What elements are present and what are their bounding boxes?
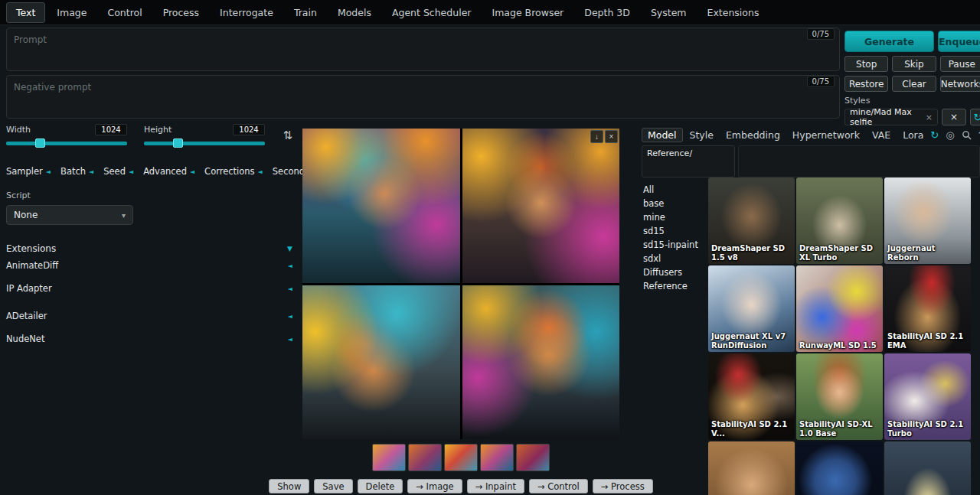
model-card-stabilityai-sd21-v[interactable]: StabilityAI SD 2.1 V...: [708, 353, 795, 440]
model-card-dreamshaper-sdxl-turbo[interactable]: DreamShaper SD XL Turbo: [796, 177, 883, 264]
model-cards-grid: DreamShaper SD 1.5 v8 DreamShaper SD XL …: [708, 177, 980, 495]
switch-dims-icon[interactable]: ⇅: [283, 124, 292, 142]
tab-extensions[interactable]: Extensions: [698, 3, 769, 22]
send-to-control-button[interactable]: → Control: [529, 479, 588, 493]
model-card-stabilityai-sd21-ema[interactable]: StabilityAI SD 2.1 EMA: [884, 265, 971, 352]
refresh-icon[interactable]: ↻: [930, 130, 939, 140]
chevron-left-icon: ◄: [288, 285, 292, 292]
networks-tab-model[interactable]: Model: [642, 128, 683, 142]
chevron-down-icon: ▾: [122, 211, 126, 220]
width-value[interactable]: 1024: [95, 124, 127, 135]
folder-base[interactable]: base: [643, 199, 707, 209]
networks-tab-hypernetwork[interactable]: Hypernetwork: [787, 129, 865, 142]
gallery-thumb-4[interactable]: [480, 444, 514, 471]
style-tag[interactable]: mine/Mad Max selfie ×: [844, 109, 938, 125]
tab-control[interactable]: Control: [98, 3, 151, 22]
tab-train[interactable]: Train: [285, 3, 326, 22]
folder-mine[interactable]: mine: [643, 213, 707, 223]
gallery-thumb-3[interactable]: [444, 444, 478, 471]
gallery-thumb-2[interactable]: [408, 444, 442, 471]
tab-system[interactable]: System: [642, 3, 696, 22]
width-label: Width: [6, 125, 31, 135]
height-value[interactable]: 1024: [233, 124, 265, 135]
accordion-seed[interactable]: Seed◄: [103, 166, 133, 177]
prompt-input[interactable]: [6, 28, 840, 71]
model-card-stabilityai-sd21-turbo[interactable]: StabilityAI SD 2.1 Turbo: [884, 353, 971, 440]
scan-icon[interactable]: ◎: [946, 130, 954, 140]
networks-tab-vae[interactable]: VAE: [867, 129, 896, 142]
skip-button[interactable]: Skip: [892, 56, 936, 72]
gallery-thumbnails: [302, 444, 619, 471]
accordion-sampler[interactable]: Sampler◄: [6, 166, 51, 177]
download-image-button[interactable]: ↓: [590, 130, 603, 143]
accordion-ip-adapter[interactable]: IP Adapter◄: [6, 277, 292, 300]
send-to-inpaint-button[interactable]: → Inpaint: [467, 479, 524, 493]
model-card-juggernaut-reborn[interactable]: Juggernaut Reborn: [884, 177, 971, 264]
model-card[interactable]: [708, 441, 795, 495]
folder-all[interactable]: All: [643, 185, 707, 195]
tab-text[interactable]: Text: [6, 2, 45, 23]
accordion-extensions[interactable]: Extensions ▼: [6, 243, 292, 254]
enqueue-button[interactable]: Enqueue: [938, 31, 980, 52]
model-card[interactable]: [884, 441, 971, 495]
tab-interrogate[interactable]: Interrogate: [211, 3, 283, 22]
gallery-thumb-5[interactable]: [516, 444, 550, 471]
pause-button[interactable]: Pause: [940, 56, 980, 72]
save-button[interactable]: Save: [314, 479, 352, 493]
gallery-thumb-1[interactable]: [372, 444, 406, 471]
networks-tab-style[interactable]: Style: [684, 129, 719, 142]
accordion-nudenet[interactable]: NudeNet◄: [6, 327, 292, 350]
folder-sd15-inpaint[interactable]: sd15-inpaint: [643, 240, 707, 250]
folder-sd15[interactable]: sd15: [643, 226, 707, 236]
tab-depth-3d[interactable]: Depth 3D: [575, 3, 639, 22]
folder-sdxl[interactable]: sdxl: [643, 254, 707, 264]
tab-agent-scheduler[interactable]: Agent Scheduler: [383, 3, 481, 22]
networks-panel: Model Style Embedding Hypernetwork VAE L…: [642, 127, 980, 495]
styles-clear-button[interactable]: ×: [942, 109, 966, 125]
width-slider-handle[interactable]: [35, 138, 45, 148]
negative-prompt-input[interactable]: [6, 75, 840, 119]
model-card[interactable]: [796, 441, 883, 495]
model-card-juggernaut-xl-v7[interactable]: Juggernaut XL v7 RunDiffusion: [708, 265, 795, 352]
accordion-animatediff[interactable]: AnimateDiff◄: [6, 254, 292, 277]
gallery-image-1[interactable]: [302, 129, 460, 283]
search-icon[interactable]: [962, 130, 972, 140]
height-slider[interactable]: [144, 142, 265, 145]
send-to-image-button[interactable]: → Image: [407, 479, 462, 493]
gallery-image-4[interactable]: [462, 285, 620, 440]
model-card-dreamshaper-sd15[interactable]: DreamShaper SD 1.5 v8: [708, 177, 795, 264]
accordion-adetailer[interactable]: ADetailer◄: [6, 304, 292, 327]
script-dropdown-value: None: [14, 210, 38, 220]
tab-image[interactable]: Image: [47, 3, 96, 22]
delete-button[interactable]: Delete: [358, 479, 403, 493]
clear-button[interactable]: Clear: [892, 76, 936, 92]
tab-process[interactable]: Process: [154, 3, 208, 22]
width-slider[interactable]: [6, 142, 127, 145]
networks-button[interactable]: Networks: [940, 76, 980, 92]
close-gallery-button[interactable]: ×: [605, 130, 618, 143]
model-card-stabilityai-sdxl-base[interactable]: StabilityAI SD-XL 1.0 Base: [796, 353, 883, 440]
networks-tab-lora[interactable]: Lora: [897, 129, 929, 142]
restore-button[interactable]: Restore: [844, 76, 888, 92]
accordion-batch[interactable]: Batch◄: [60, 166, 93, 177]
tab-image-browser[interactable]: Image Browser: [482, 3, 573, 22]
generate-button[interactable]: Generate: [844, 31, 934, 52]
accordion-advanced[interactable]: Advanced◄: [143, 166, 194, 177]
style-tag-remove-icon[interactable]: ×: [926, 112, 933, 122]
height-slider-handle[interactable]: [173, 138, 183, 148]
networks-tab-embedding[interactable]: Embedding: [720, 129, 786, 142]
show-button[interactable]: Show: [269, 479, 309, 493]
networks-search-input[interactable]: Reference/: [642, 145, 735, 177]
prompt-area: 0/75 0/75: [6, 28, 840, 122]
folder-diffusers[interactable]: Diffusers: [643, 268, 707, 278]
script-dropdown[interactable]: None ▾: [6, 205, 133, 225]
folder-reference[interactable]: Reference: [643, 282, 707, 291]
stop-button[interactable]: Stop: [844, 56, 888, 72]
networks-description-box[interactable]: [738, 145, 980, 177]
model-card-runwayml-sd15[interactable]: RunwayML SD 1.5: [796, 265, 883, 352]
gallery-image-2[interactable]: [462, 129, 620, 283]
gallery-image-3[interactable]: [302, 285, 460, 440]
styles-refresh-icon[interactable]: ↻: [970, 109, 980, 125]
accordion-corrections[interactable]: Corrections◄: [204, 166, 263, 177]
tab-models[interactable]: Models: [328, 3, 381, 22]
